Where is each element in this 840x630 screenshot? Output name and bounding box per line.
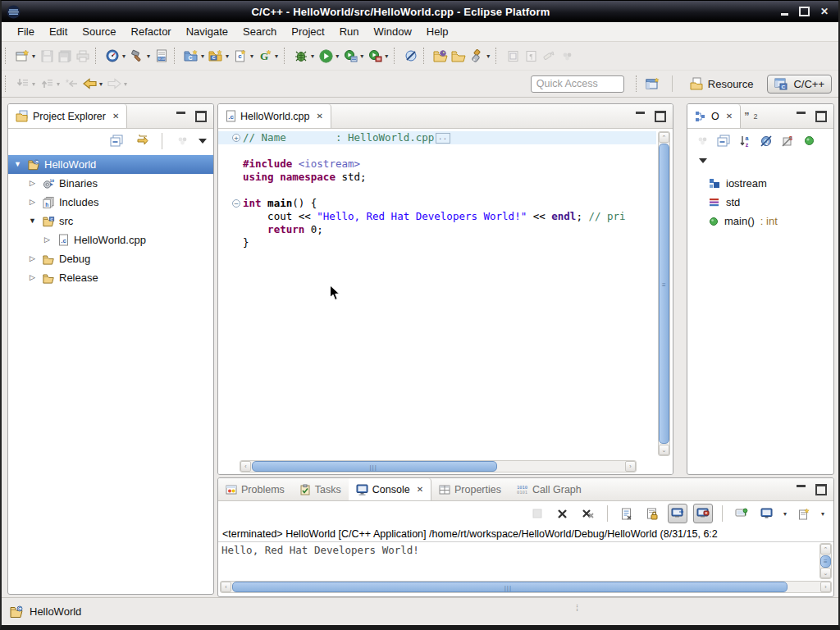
scroll-right-button[interactable]: › (625, 461, 636, 472)
open-perspective-button[interactable] (644, 74, 662, 94)
collapse-all-button[interactable] (107, 131, 126, 151)
window-maximize-button[interactable] (799, 7, 810, 16)
tab-tasks[interactable]: Tasks (292, 478, 349, 500)
menu-file[interactable]: File (10, 24, 42, 39)
scroll-up-button[interactable]: ⌃ (820, 544, 831, 555)
code-line[interactable] (218, 184, 656, 197)
show-console-on-stdout-button[interactable] (668, 504, 687, 523)
tree-item-binaries[interactable]: ▷ 10 Binaries (8, 174, 213, 193)
console-output-area[interactable]: Hello, Red Hat Developers World! ⌃ ≡ ⌄ (218, 542, 833, 581)
maximize-editor-button[interactable] (655, 111, 666, 122)
remove-all-launches-button[interactable] (578, 504, 598, 523)
tab-console[interactable]: Console ✕ (349, 478, 431, 500)
scroll-down-button[interactable]: ⌄ (659, 445, 669, 455)
editor-vscroll-thumb[interactable]: ≡ (659, 144, 669, 444)
view-menu-button[interactable] (199, 139, 207, 144)
perspective-resource-button[interactable]: Resource (682, 74, 761, 94)
collapsed-arrow-icon[interactable]: ▷ (26, 268, 39, 287)
minimize-view-button[interactable] (797, 112, 806, 116)
toolbar-grip[interactable] (394, 48, 397, 64)
open-type-button[interactable] (431, 46, 450, 66)
toolbar-grip[interactable] (5, 75, 8, 92)
code-line[interactable]: +// Name : HelloWorld.cpp.. (218, 131, 656, 144)
new-wizard-button[interactable] (13, 46, 31, 66)
outline-item-main[interactable]: main() : int (687, 212, 833, 231)
tab-project-explorer[interactable]: Project Explorer ✕ (8, 104, 127, 128)
back-button[interactable] (80, 74, 98, 94)
hidden-tabs-chevron[interactable]: ”2 (741, 104, 760, 128)
collapsed-arrow-icon[interactable]: ▷ (26, 174, 39, 193)
debug-dropdown[interactable]: ▾ (311, 52, 314, 60)
maximize-view-button[interactable] (815, 484, 827, 495)
display-console-dropdown[interactable]: ▾ (783, 510, 787, 518)
new-cpp-class-dropdown[interactable]: ▾ (226, 52, 229, 60)
minimize-view-button[interactable] (176, 112, 185, 116)
editor-vscrollbar[interactable]: ⌃ ≡ ⌄ (658, 131, 670, 456)
toolbar-grip[interactable] (5, 48, 8, 64)
scroll-up-button[interactable]: ⌃ (659, 132, 669, 143)
new-cpp-class-button[interactable]: C (207, 46, 225, 66)
external-tools-dropdown[interactable]: ▾ (385, 52, 388, 60)
hide-non-public-button[interactable] (802, 131, 815, 151)
quick-access-input[interactable] (531, 75, 624, 93)
collapsed-arrow-icon[interactable]: ▷ (26, 249, 39, 268)
toolbar-grip[interactable] (95, 48, 98, 64)
remove-launch-button[interactable] (553, 504, 573, 523)
code-line[interactable]: using namespace std; (218, 171, 656, 184)
tree-item-debug[interactable]: ▷ Debug (8, 249, 213, 268)
toolbar-grip[interactable] (174, 48, 177, 64)
open-console-dropdown[interactable]: ▾ (821, 510, 824, 518)
open-resource-button[interactable] (450, 46, 468, 66)
close-icon[interactable]: ✕ (112, 112, 119, 121)
menu-refactor[interactable]: Refactor (124, 24, 179, 39)
code-line[interactable]: −int main() { (218, 197, 656, 210)
menu-help[interactable]: Help (419, 24, 456, 39)
new-wizard-dropdown[interactable]: ▾ (32, 52, 35, 60)
tab-call-graph[interactable]: 10100101 Call Graph (509, 478, 589, 500)
search-dropdown[interactable]: ▾ (486, 52, 490, 60)
menu-source[interactable]: Source (75, 24, 123, 39)
tab-outline[interactable]: O ✕ (687, 104, 741, 128)
menu-window[interactable]: Window (367, 24, 419, 39)
window-close-button[interactable]: ✕ (820, 7, 829, 16)
code-line[interactable]: cout << "Hello, Red Hat Developers World… (218, 210, 656, 223)
perspective-cpp-button[interactable]: C C/C++ (767, 75, 832, 94)
menu-run[interactable]: Run (332, 24, 367, 39)
show-console-on-stderr-button[interactable]: ✕ (693, 504, 713, 523)
menu-navigate[interactable]: Navigate (179, 24, 235, 39)
collapse-all-button[interactable] (717, 131, 730, 151)
tree-item-release[interactable]: ▷ Release (8, 268, 213, 287)
outline-item-iostream[interactable]: iostream (687, 174, 833, 193)
tab-properties[interactable]: Properties (431, 478, 509, 500)
scroll-lock-button[interactable] (642, 504, 662, 523)
console-hscroll-thumb[interactable]: ||| (232, 582, 788, 592)
console-vscroll-thumb[interactable]: ≡ (820, 555, 831, 568)
code-line[interactable]: #include <iostream> (218, 158, 656, 171)
profile-button[interactable] (103, 46, 121, 66)
close-icon[interactable]: ✕ (417, 485, 423, 494)
close-icon[interactable]: ✕ (726, 112, 733, 121)
menu-project[interactable]: Project (284, 24, 331, 39)
fold-collapse-icon[interactable]: − (230, 197, 243, 210)
scroll-left-button[interactable]: ‹ (221, 582, 231, 592)
menu-edit[interactable]: Edit (42, 24, 75, 39)
run-history-button[interactable] (341, 46, 359, 66)
scroll-down-button[interactable]: ⌄ (820, 568, 831, 578)
tree-item-src[interactable]: ▼ C src (8, 212, 213, 231)
console-vscrollbar[interactable]: ⌃ ≡ ⌄ (819, 543, 832, 579)
maximize-view-button[interactable] (195, 111, 207, 122)
editor-hscroll-thumb[interactable]: ||| (252, 461, 497, 472)
expanded-arrow-icon[interactable]: ▼ (11, 155, 24, 174)
new-source-file-dropdown[interactable]: ▾ (250, 52, 253, 60)
titlebar[interactable]: C/C++ - HelloWorld/src/HelloWorld.cpp - … (2, 1, 838, 22)
toolbar-grip[interactable] (284, 48, 287, 64)
editor-hscrollbar[interactable]: ‹ ||| › (240, 460, 637, 472)
minimize-editor-button[interactable] (636, 112, 645, 116)
toolbar-grip[interactable] (495, 48, 499, 64)
back-dropdown[interactable]: ▾ (99, 80, 103, 88)
link-with-editor-button[interactable] (133, 131, 151, 151)
collapsed-arrow-icon[interactable]: ▷ (26, 193, 39, 212)
display-selected-console-button[interactable] (757, 504, 777, 523)
profile-dropdown[interactable]: ▾ (122, 52, 126, 60)
tree-item-helloworld-cpp[interactable]: ▷ .c HelloWorld.cpp (8, 231, 213, 249)
